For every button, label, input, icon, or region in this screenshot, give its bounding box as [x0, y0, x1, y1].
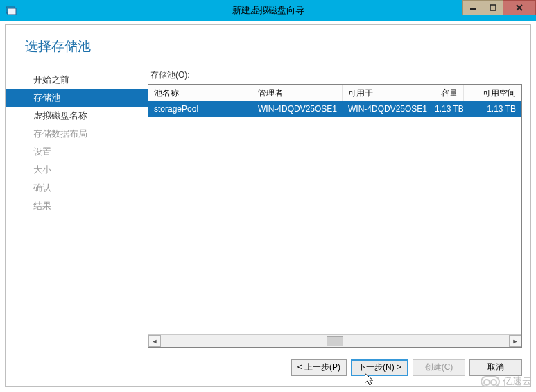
step-before-begin[interactable]: 开始之前	[6, 71, 148, 89]
scroll-right-icon[interactable]: ►	[509, 335, 521, 347]
col-free-space[interactable]: 可用空间	[464, 85, 521, 101]
main-area: 开始之前 存储池 虚拟磁盘名称 存储数据布局 设置 大小 确认 结果 存储池(O…	[6, 65, 530, 348]
svg-rect-1	[8, 8, 16, 15]
wizard-content: 选择存储池 开始之前 存储池 虚拟磁盘名称 存储数据布局 设置 大小 确认 结果…	[5, 24, 531, 387]
window-title: 新建虚拟磁盘向导	[0, 4, 536, 17]
step-confirm: 确认	[6, 179, 148, 197]
table-body: storagePool WIN-4DQDV25OSE1 WIN-4DQDV25O…	[148, 101, 521, 334]
titlebar: 新建虚拟磁盘向导	[0, 0, 536, 21]
step-settings: 设置	[6, 143, 148, 161]
table-row[interactable]: storagePool WIN-4DQDV25OSE1 WIN-4DQDV25O…	[148, 101, 521, 117]
step-virtual-disk-name[interactable]: 虚拟磁盘名称	[6, 107, 148, 125]
previous-button[interactable]: < 上一步(P)	[291, 359, 347, 376]
cancel-button[interactable]: 取消	[469, 359, 522, 376]
step-storage-pool[interactable]: 存储池	[6, 89, 148, 107]
storage-pool-pane: 存储池(O): 池名称 管理者 可用于 容量 可用空间 storagePool …	[148, 65, 530, 348]
scroll-thumb[interactable]	[327, 336, 343, 346]
col-available-to[interactable]: 可用于	[343, 85, 429, 101]
col-capacity[interactable]: 容量	[429, 85, 464, 101]
app-icon	[6, 5, 17, 16]
cell-manager: WIN-4DQDV25OSE1	[252, 104, 343, 114]
create-button: 创建(C)	[413, 359, 465, 376]
page-title: 选择存储池	[6, 25, 530, 65]
scroll-left-icon[interactable]: ◄	[148, 335, 161, 347]
table-header: 池名称 管理者 可用于 容量 可用空间	[148, 85, 521, 101]
step-size: 大小	[6, 161, 148, 179]
close-button[interactable]	[503, 0, 536, 15]
col-pool-name[interactable]: 池名称	[148, 85, 252, 101]
wizard-footer: < 上一步(P) 下一步(N) > 创建(C) 取消	[6, 348, 530, 386]
cell-free: 1.13 TB	[464, 104, 521, 114]
cell-pool-name: storagePool	[148, 104, 252, 114]
svg-rect-3	[490, 5, 496, 10]
pane-label: 存储池(O):	[148, 65, 522, 84]
next-button[interactable]: 下一步(N) >	[351, 359, 408, 376]
step-result: 结果	[6, 197, 148, 215]
minimize-button[interactable]	[462, 0, 483, 15]
horizontal-scrollbar[interactable]: ◄ ►	[148, 334, 521, 347]
cell-capacity: 1.13 TB	[429, 104, 464, 114]
maximize-button[interactable]	[483, 0, 503, 15]
col-manager[interactable]: 管理者	[252, 85, 343, 101]
storage-pool-table: 池名称 管理者 可用于 容量 可用空间 storagePool WIN-4DQD…	[148, 84, 522, 348]
step-data-layout: 存储数据布局	[6, 125, 148, 143]
cell-available-to: WIN-4DQDV25OSE1	[343, 104, 429, 114]
steps-sidebar: 开始之前 存储池 虚拟磁盘名称 存储数据布局 设置 大小 确认 结果	[6, 65, 148, 348]
window-buttons	[463, 0, 536, 15]
scroll-track[interactable]	[161, 335, 509, 347]
